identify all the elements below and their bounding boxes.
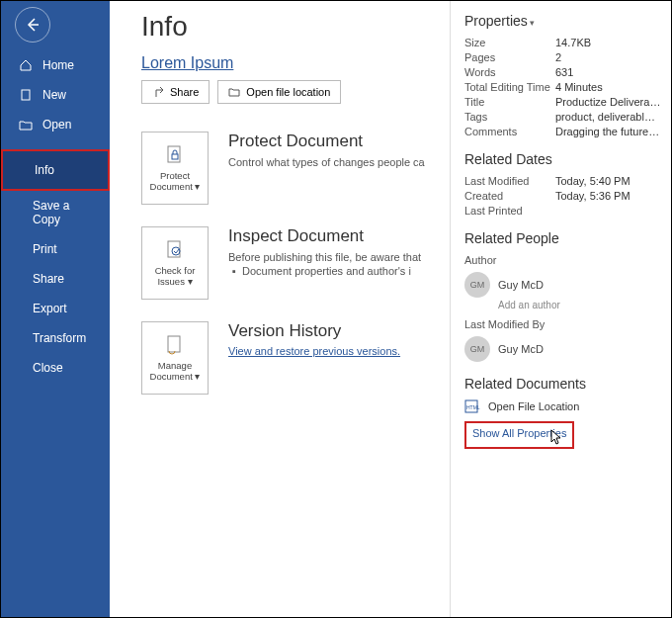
prop-label-words: Words: [464, 66, 555, 78]
svg-text:HTML: HTML: [466, 404, 480, 410]
inspect-icon: [163, 238, 187, 262]
protect-document-desc: Control what types of changes people ca: [228, 155, 450, 170]
svg-rect-5: [168, 336, 180, 352]
sidebar-item-label: Print: [33, 242, 57, 256]
prop-value-words: 631: [555, 66, 661, 78]
open-file-location-link[interactable]: HTML Open File Location: [464, 399, 661, 413]
sidebar-item-label: Info: [35, 163, 54, 177]
share-icon: [152, 86, 164, 98]
open-file-location-button[interactable]: Open file location: [217, 80, 341, 104]
sidebar-item-label: Save a Copy: [33, 199, 98, 226]
sidebar-item-label: New: [42, 88, 66, 102]
sidebar-item-info[interactable]: Info: [1, 149, 110, 191]
sidebar-item-save-copy[interactable]: Save a Copy: [1, 191, 110, 234]
page-title: Info: [141, 11, 450, 43]
protect-document-heading: Protect Document: [228, 132, 450, 151]
prop-label-editing-time: Total Editing Time: [464, 81, 555, 93]
sidebar-item-close[interactable]: Close: [1, 353, 110, 383]
prop-label-author: Author: [464, 254, 555, 266]
avatar: GM: [464, 336, 490, 362]
show-all-properties-link[interactable]: Show All Properties: [464, 421, 574, 449]
document-name-link[interactable]: Lorem Ipsum: [141, 54, 450, 72]
avatar: GM: [464, 272, 490, 298]
button-label: Open file location: [246, 86, 330, 98]
related-documents-heading: Related Documents: [464, 376, 661, 392]
prop-value-last-printed: [555, 205, 661, 217]
prop-label-comments: Comments: [464, 126, 555, 137]
prop-value-created: Today, 5:36 PM: [555, 190, 661, 202]
sidebar-item-label: Open: [42, 118, 71, 132]
inspect-document-desc: Before publishing this file, be aware th…: [228, 250, 450, 265]
svg-point-4: [172, 247, 180, 255]
prop-value-title[interactable]: Productize Deliverables: [555, 96, 661, 108]
prop-label-size: Size: [464, 37, 555, 48]
properties-heading[interactable]: Properties: [464, 13, 661, 29]
button-label: Share: [170, 86, 199, 98]
sidebar-item-export[interactable]: Export: [1, 294, 110, 323]
inspect-bullet: Document properties and author's i: [242, 265, 450, 277]
prop-label-pages: Pages: [464, 51, 555, 63]
svg-rect-0: [22, 90, 30, 100]
prop-value-size: 14.7KB: [555, 37, 661, 48]
info-main: Info Lorem Ipsum Share Open file locatio…: [110, 1, 450, 617]
sidebar-item-label: Share: [33, 272, 64, 286]
backstage-sidebar: Home New Open Info Save a Copy Print Sha…: [1, 1, 110, 617]
link-label: Open File Location: [488, 400, 579, 412]
prop-label-created: Created: [464, 190, 555, 202]
sidebar-item-print[interactable]: Print: [1, 234, 110, 264]
version-history-heading: Version History: [228, 321, 450, 341]
prop-value-tags[interactable]: product, deliverables, opti...: [555, 111, 661, 123]
author-name: Guy McD: [498, 279, 544, 291]
share-button[interactable]: Share: [141, 80, 210, 104]
html-file-icon: HTML: [464, 399, 482, 413]
prop-label-last-modified: Last Modified: [464, 175, 555, 187]
folder-icon: [228, 86, 240, 98]
prop-label-tags: Tags: [464, 111, 555, 123]
modified-by-name: Guy McD: [498, 343, 544, 355]
modified-by-person[interactable]: GMGuy McD: [464, 336, 661, 362]
new-doc-icon: [19, 88, 35, 102]
sidebar-item-label: Home: [42, 58, 74, 72]
open-folder-icon: [19, 118, 35, 132]
back-button[interactable]: [15, 7, 50, 43]
prop-label-modified-by: Last Modified By: [464, 318, 555, 330]
sidebar-item-open[interactable]: Open: [1, 110, 110, 139]
sidebar-item-label: Export: [33, 302, 67, 315]
sidebar-item-home[interactable]: Home: [1, 50, 110, 80]
back-arrow-icon: [25, 17, 41, 33]
version-history-link[interactable]: View and restore previous versions.: [228, 345, 450, 357]
sidebar-item-new[interactable]: New: [1, 80, 110, 110]
add-author-link[interactable]: Add an author: [498, 300, 661, 310]
prop-value-last-modified: Today, 5:40 PM: [555, 175, 661, 187]
version-history-icon: [163, 333, 187, 357]
prop-label-title: Title: [464, 96, 555, 108]
inspect-document-heading: Inspect Document: [228, 226, 450, 246]
author-person[interactable]: GMGuy McD: [464, 272, 661, 298]
prop-label-last-printed: Last Printed: [464, 205, 555, 217]
prop-value-comments[interactable]: Dragging the future into n...: [555, 126, 661, 137]
related-dates-heading: Related Dates: [464, 151, 661, 167]
prop-value-pages: 2: [555, 51, 661, 63]
protect-document-tile[interactable]: ProtectDocument ▾: [141, 132, 209, 205]
prop-value-editing-time: 4 Minutes: [555, 81, 661, 93]
sidebar-item-share[interactable]: Share: [1, 264, 110, 294]
related-people-heading: Related People: [464, 230, 661, 246]
properties-panel: Properties Size14.7KB Pages2 Words631 To…: [450, 1, 671, 617]
manage-document-tile[interactable]: ManageDocument ▾: [141, 321, 209, 395]
svg-rect-2: [172, 154, 178, 159]
home-icon: [19, 58, 35, 72]
check-issues-tile[interactable]: Check forIssues ▾: [141, 226, 209, 300]
mouse-cursor-icon: [550, 429, 564, 447]
sidebar-item-transform[interactable]: Transform: [1, 323, 110, 353]
lock-document-icon: [163, 143, 187, 167]
sidebar-item-label: Close: [33, 361, 63, 375]
sidebar-item-label: Transform: [33, 331, 86, 345]
